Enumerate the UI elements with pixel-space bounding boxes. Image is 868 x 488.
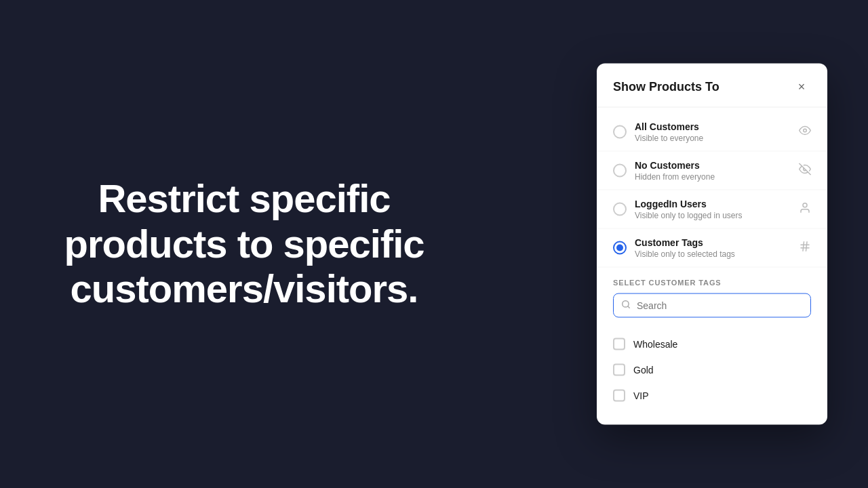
radio-loggedin <box>613 203 627 216</box>
svg-line-5 <box>803 242 804 251</box>
checkbox-wholesale <box>613 338 625 350</box>
option-label-no: No Customers <box>635 160 793 171</box>
tags-section: SELECT CUSTOMER TAGS <box>597 268 827 331</box>
checkbox-vip <box>613 390 625 402</box>
modal-title: Show Products To <box>613 79 719 94</box>
option-no-customers[interactable]: No Customers Hidden from everyone <box>597 152 827 190</box>
search-input[interactable] <box>613 293 811 318</box>
tag-vip[interactable]: VIP <box>613 383 811 409</box>
show-products-modal: Show Products To × All Customers Visible… <box>597 64 827 425</box>
option-sub-no: Hidden from everyone <box>635 172 793 182</box>
close-button[interactable]: × <box>792 77 811 96</box>
option-sub-tags: Visible only to selected tags <box>635 249 793 259</box>
hero-heading: Restrict specific products to specific c… <box>64 176 424 312</box>
user-icon <box>799 202 811 217</box>
option-sub-all: Visible to everyone <box>635 134 793 143</box>
option-text-loggedin: LoggedIn Users Visible only to logged in… <box>635 199 793 220</box>
option-all-customers[interactable]: All Customers Visible to everyone <box>597 113 827 152</box>
option-text-tags: Customer Tags Visible only to selected t… <box>635 237 793 259</box>
svg-line-6 <box>806 242 808 251</box>
modal-header: Show Products To × <box>597 64 827 108</box>
checkbox-gold <box>613 364 625 376</box>
tag-gold[interactable]: Gold <box>613 357 811 383</box>
tag-wholesale[interactable]: Wholesale <box>613 331 811 357</box>
modal-overlay: Show Products To × All Customers Visible… <box>597 64 827 425</box>
svg-line-8 <box>628 306 630 308</box>
radio-all <box>613 125 627 139</box>
svg-point-0 <box>804 129 807 132</box>
tags-section-label: SELECT CUSTOMER TAGS <box>613 279 811 287</box>
option-loggedin-users[interactable]: LoggedIn Users Visible only to logged in… <box>597 190 827 229</box>
checkbox-list: Wholesale Gold VIP <box>597 331 827 420</box>
radio-tags <box>613 241 627 255</box>
radio-no <box>613 164 627 178</box>
option-label-all: All Customers <box>635 121 793 132</box>
option-customer-tags[interactable]: Customer Tags Visible only to selected t… <box>597 229 827 268</box>
search-input-wrap <box>613 293 811 318</box>
option-label-tags: Customer Tags <box>635 237 793 248</box>
eye-icon <box>799 125 811 140</box>
svg-point-2 <box>803 203 807 207</box>
search-icon <box>621 300 631 311</box>
tag-label-gold: Gold <box>633 365 654 375</box>
hash-icon <box>799 241 811 256</box>
tag-label-vip: VIP <box>633 390 649 401</box>
hidden-icon <box>799 163 811 178</box>
hero-section: Restrict specific products to specific c… <box>0 0 488 488</box>
tag-label-wholesale: Wholesale <box>633 339 677 350</box>
option-text-no: No Customers Hidden from everyone <box>635 160 793 182</box>
option-sub-loggedin: Visible only to logged in users <box>635 211 793 220</box>
option-label-loggedin: LoggedIn Users <box>635 199 793 209</box>
option-text-all: All Customers Visible to everyone <box>635 121 793 143</box>
modal-body: All Customers Visible to everyone No Cus… <box>597 108 827 425</box>
